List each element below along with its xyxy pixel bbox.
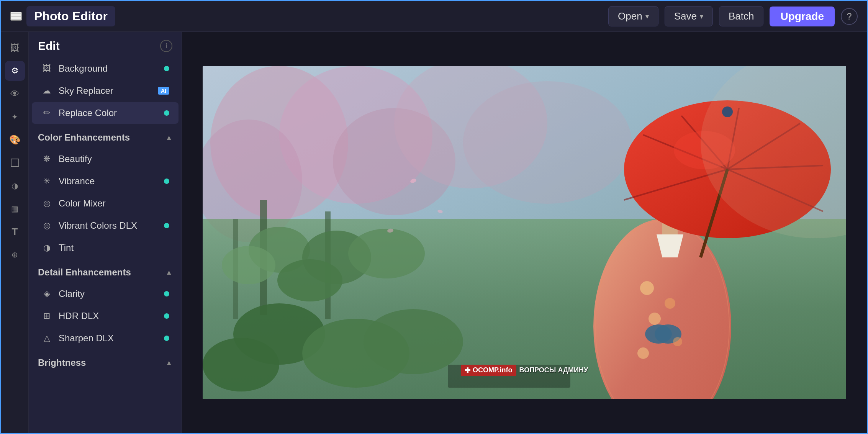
vibrant-colors-dlx-label: Vibrant Colors DLX xyxy=(59,220,137,231)
tool-item-hdr-dlx[interactable]: ⊞ HDR DLX xyxy=(32,305,179,327)
svg-point-17 xyxy=(348,229,425,278)
image-icon: 🖼 xyxy=(10,43,20,53)
hamburger-menu-button[interactable] xyxy=(10,12,22,21)
clarity-label: Clarity xyxy=(59,288,85,299)
sidebar-item-color[interactable]: 🎨 xyxy=(5,130,25,150)
sidebar-item-frame[interactable] xyxy=(5,153,25,173)
eye-icon: 👁 xyxy=(10,88,20,99)
photo-container: ✚ OCOMP.info ВОПРОСЫ АДМИНУ xyxy=(203,66,846,399)
watermark-subtext: ВОПРОСЫ АДМИНУ xyxy=(519,366,588,374)
sidebar-item-adjustments[interactable]: ⚙ xyxy=(5,61,25,81)
watermark-site: OCOMP.info xyxy=(473,366,513,374)
sliders-icon: ⚙ xyxy=(11,66,19,76)
shapes-icon: ◑ xyxy=(11,181,18,190)
beautify-label: Beautify xyxy=(59,154,92,164)
watermark: ✚ OCOMP.info ВОПРОСЫ АДМИНУ xyxy=(461,365,588,376)
watermark-cross: ✚ xyxy=(465,366,470,375)
sharpen-dlx-active-dot xyxy=(164,336,169,341)
tool-item-color-mixer[interactable]: ◎ Color Mixer xyxy=(32,193,179,214)
background-label: Background xyxy=(59,63,108,74)
ai-badge: AI xyxy=(158,87,169,95)
palette-icon: 🎨 xyxy=(9,134,21,145)
detail-enhancements-section-header[interactable]: Detail Enhancements ▲ xyxy=(29,259,182,282)
replace-color-label: Replace Color xyxy=(59,108,117,118)
sky-replacer-label: Sky Replacer xyxy=(59,85,113,96)
sharpen-dlx-label: Sharpen DLX xyxy=(59,333,114,344)
hdr-dlx-active-dot xyxy=(164,313,169,319)
tool-item-vibrance[interactable]: ✳ Vibrance xyxy=(32,170,179,192)
upgrade-button[interactable]: Upgrade xyxy=(770,7,835,26)
detail-enhancements-title: Detail Enhancements xyxy=(38,267,131,278)
vibrance-active-dot xyxy=(164,179,169,184)
topbar-left: Photo Editor xyxy=(10,6,303,26)
sidebar-item-stamp[interactable]: ⊕ xyxy=(5,245,25,265)
info-button[interactable]: i xyxy=(160,40,172,52)
svg-point-22 xyxy=(364,309,463,374)
tools-panel: Edit i 🖼 Background ☁ Sky Replacer AI ✏ … xyxy=(29,32,182,433)
color-enhancements-chevron-icon: ▲ xyxy=(165,134,172,142)
tool-item-sky-replacer[interactable]: ☁ Sky Replacer AI xyxy=(32,80,179,102)
sidebar-item-ai[interactable]: ✦ xyxy=(5,107,25,127)
photo-background: ✚ OCOMP.info ВОПРОСЫ АДМИНУ xyxy=(203,66,846,399)
sidebar-item-shapes[interactable]: ◑ xyxy=(5,176,25,196)
edit-header: Edit i xyxy=(29,32,182,57)
sidebar-item-texture[interactable]: ▦ xyxy=(5,199,25,219)
help-button[interactable]: ? xyxy=(841,8,858,25)
frame-icon xyxy=(11,159,19,167)
topbar-right: Open ▾ Save ▾ Batch Upgrade ? xyxy=(608,6,858,26)
brightness-chevron-icon: ▲ xyxy=(165,359,172,367)
brightness-section-header[interactable]: Brightness ▲ xyxy=(29,350,182,373)
color-mixer-label: Color Mixer xyxy=(59,198,106,209)
sharpen-dlx-icon: △ xyxy=(41,333,52,343)
svg-point-45 xyxy=(640,281,654,295)
clarity-active-dot xyxy=(164,291,169,296)
open-button[interactable]: Open ▾ xyxy=(608,6,658,26)
clarity-icon: ◈ xyxy=(41,289,52,299)
tool-item-clarity[interactable]: ◈ Clarity xyxy=(32,283,179,305)
tool-item-beautify[interactable]: ❋ Beautify xyxy=(32,148,179,170)
sky-replacer-icon: ☁ xyxy=(41,86,52,96)
sidebar-item-image[interactable]: 🖼 xyxy=(5,38,25,58)
tool-item-sharpen-dlx[interactable]: △ Sharpen DLX xyxy=(32,328,179,349)
vibrant-colors-dlx-icon: ◎ xyxy=(41,221,52,231)
open-chevron-icon: ▾ xyxy=(645,12,649,21)
hdr-dlx-icon: ⊞ xyxy=(41,311,52,321)
tool-item-tint[interactable]: ◑ Tint xyxy=(32,237,179,259)
icon-sidebar: 🖼 ⚙ 👁 ✦ 🎨 ◑ ▦ T ⊕ xyxy=(1,32,29,433)
svg-point-18 xyxy=(277,259,342,301)
batch-button[interactable]: Batch xyxy=(719,6,764,26)
svg-point-48 xyxy=(673,337,682,346)
save-button[interactable]: Save ▾ xyxy=(665,6,713,26)
tool-item-background[interactable]: 🖼 Background xyxy=(32,58,179,79)
tint-icon: ◑ xyxy=(41,243,52,253)
svg-point-9 xyxy=(463,81,632,204)
main-layout: 🖼 ⚙ 👁 ✦ 🎨 ◑ ▦ T ⊕ Edi xyxy=(1,32,867,433)
color-enhancements-section-header[interactable]: Color Enhancements ▲ xyxy=(29,124,182,147)
svg-point-46 xyxy=(665,298,675,309)
background-icon: 🖼 xyxy=(41,64,52,74)
sidebar-item-view[interactable]: 👁 xyxy=(5,84,25,104)
vibrant-colors-dlx-active-dot xyxy=(164,223,169,228)
canvas-area: ✚ OCOMP.info ВОПРОСЫ АДМИНУ xyxy=(182,32,867,433)
replace-color-active-dot xyxy=(164,110,169,116)
hdr-dlx-label: HDR DLX xyxy=(59,311,99,321)
brightness-title: Brightness xyxy=(38,357,86,368)
svg-point-49 xyxy=(637,347,649,359)
color-enhancements-title: Color Enhancements xyxy=(38,132,130,143)
svg-point-16 xyxy=(222,246,275,284)
app-title-badge: Photo Editor xyxy=(26,6,115,26)
edit-panel-title: Edit xyxy=(38,39,60,52)
detail-enhancements-chevron-icon: ▲ xyxy=(165,269,172,277)
color-mixer-icon: ◎ xyxy=(41,198,52,208)
tool-item-vibrant-colors-dlx[interactable]: ◎ Vibrant Colors DLX xyxy=(32,215,179,236)
sparkle-icon: ✦ xyxy=(11,112,18,121)
app-title: Photo Editor xyxy=(34,9,108,23)
svg-point-21 xyxy=(203,338,279,391)
text-icon: T xyxy=(12,226,18,238)
topbar: Photo Editor Open ▾ Save ▾ Batch Upgrade… xyxy=(1,1,867,32)
watermark-badge: ✚ OCOMP.info xyxy=(461,365,516,376)
background-active-dot xyxy=(164,66,169,71)
beautify-icon: ❋ xyxy=(41,154,52,164)
tool-item-replace-color[interactable]: ✏ Replace Color xyxy=(32,102,179,124)
sidebar-item-text[interactable]: T xyxy=(5,222,25,242)
